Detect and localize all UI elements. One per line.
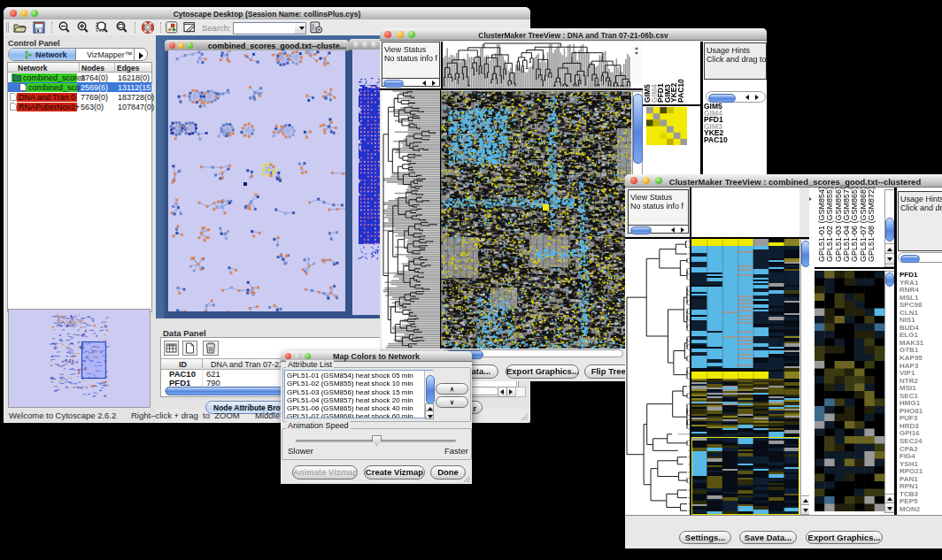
svg-text:PAC10: PAC10 — [676, 79, 685, 103]
svg-text:GPL51-08 (GSM872): GPL51-08 (GSM872) — [867, 188, 876, 262]
